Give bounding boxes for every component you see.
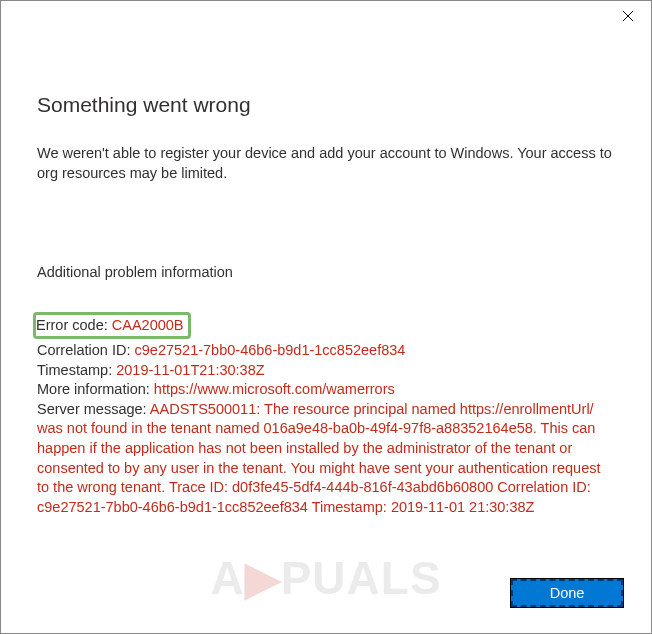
watermark-prefix: A [210,552,244,604]
correlation-value: c9e27521-7bb0-46b6-b9d1-1cc852eef834 [135,342,406,358]
error-code-label: Error code: [36,317,112,333]
correlation-label: Correlation ID: [37,342,135,358]
watermark: A▶PUALS [210,551,441,605]
dialog-footer: Done [511,579,623,607]
more-info-link[interactable]: https://www.microsoft.com/wamerrors [154,381,395,397]
server-message-value: AADSTS500011: The resource principal nam… [37,401,600,515]
close-icon [623,11,633,21]
problem-details: Error code: CAA2000B Correlation ID: c9e… [37,312,615,518]
server-message-row: Server message: AADSTS500011: The resour… [37,400,615,517]
close-button[interactable] [605,1,651,31]
timestamp-value: 2019-11-01T21:30:38Z [116,362,264,378]
error-code-highlight: Error code: CAA2000B [33,312,191,340]
dialog-title: Something went wrong [37,93,615,117]
error-code-value: CAA2000B [112,317,184,333]
more-info-row: More information: https://www.microsoft.… [37,380,615,400]
timestamp-label: Timestamp: [37,362,116,378]
server-message-label: Server message: [37,401,150,417]
watermark-suffix: PUALS [281,552,442,604]
timestamp-row: Timestamp: 2019-11-01T21:30:38Z [37,361,615,381]
watermark-accent: ▶ [245,552,281,604]
more-info-label: More information: [37,381,154,397]
additional-info-heading: Additional problem information [37,264,615,280]
done-button[interactable]: Done [511,579,623,607]
dialog-content: Something went wrong We weren't able to … [1,37,651,517]
titlebar [1,1,651,37]
correlation-row: Correlation ID: c9e27521-7bb0-46b6-b9d1-… [37,341,615,361]
dialog-description: We weren't able to register your device … [37,143,615,184]
